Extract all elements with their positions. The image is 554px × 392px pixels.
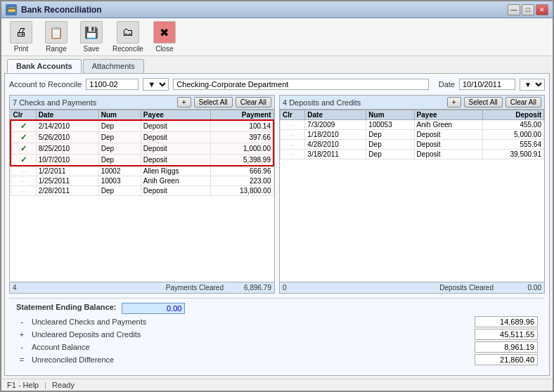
clr-cell[interactable]: ··· [11, 166, 36, 176]
account-row: Account to Reconcile ▼ Date ▼ [9, 78, 545, 91]
left-col-clr: Clr [11, 110, 36, 121]
payee-cell: Deposit [414, 130, 482, 140]
right-col-date: Date [305, 110, 366, 120]
right-col-num: Num [366, 110, 414, 120]
right-footer-label: Deposits Cleared [297, 284, 499, 292]
table-row[interactable]: ✓5/26/2010DepDeposit397.66 [11, 132, 273, 143]
close-label: Close [155, 45, 174, 53]
deposit-cell: 5,000.00 [482, 130, 543, 140]
left-panel-footer: 4 Payments Cleared 6,896.79 [10, 282, 274, 293]
summary-label: Uncleared Deposits and Credits [32, 330, 470, 339]
right-footer-count: 0 [283, 284, 297, 292]
date-input[interactable] [459, 79, 515, 90]
payee-cell: Anih Green [414, 120, 482, 130]
right-panel-title: 4 Deposits and Credits [283, 98, 444, 107]
summary-label: Unreconciled Difference [32, 355, 470, 364]
range-icon: 📋 [45, 21, 67, 44]
table-row[interactable]: ···1/18/2010DepDeposit5,000.00 [281, 130, 544, 140]
reconcile-button[interactable]: 🗂 Reconcile [112, 21, 143, 53]
table-row[interactable]: ···4/28/2010DepDeposit555.64 [281, 140, 544, 150]
help-text: F1 - Help [7, 381, 39, 389]
date-cell: 2/28/2011 [36, 186, 98, 196]
left-col-payment: Payment [211, 110, 273, 121]
clr-cell[interactable]: ··· [281, 140, 305, 150]
clr-cell[interactable]: ✓ [11, 143, 36, 155]
main-window: 💳 Bank Reconciliation — □ ✕ 🖨 Print 📋 Ra… [0, 0, 554, 392]
summary-value[interactable] [475, 329, 538, 340]
date-cell: 4/28/2010 [305, 140, 366, 150]
date-cell: 1/25/2011 [36, 176, 98, 186]
num-cell: 10002 [98, 166, 141, 176]
summary-op: + [16, 330, 27, 339]
minimize-button[interactable]: — [508, 4, 520, 15]
clr-cell[interactable]: ··· [281, 120, 305, 130]
ending-balance-input[interactable] [122, 303, 185, 314]
left-footer-count: 4 [13, 284, 27, 292]
right-add-button[interactable]: + [447, 97, 461, 107]
right-clear-button[interactable]: Clear All [505, 97, 541, 107]
account-number-input[interactable] [86, 79, 138, 90]
table-row[interactable]: ···7/3/2009100053Anih Green455.00 [281, 120, 544, 130]
date-cell: 10/7/2010 [36, 155, 98, 166]
payee-cell: Deposit [414, 150, 482, 159]
save-button[interactable]: 💾 Save [77, 21, 105, 53]
right-panel-footer: 0 Deposits Cleared 0.00 [280, 282, 544, 293]
clr-cell[interactable]: ··· [281, 130, 305, 140]
left-table-container: Clr Date Num Payee Payment ✓2/14/2010Dep… [10, 110, 274, 282]
clr-cell[interactable]: ✓ [11, 132, 36, 143]
payment-cell: 223.00 [211, 176, 273, 186]
num-cell: Dep [366, 150, 414, 159]
left-footer-label: Payments Cleared [27, 284, 229, 292]
clr-cell[interactable]: ✓ [11, 155, 36, 166]
tab-attachments[interactable]: Attachments [83, 59, 144, 73]
table-row[interactable]: ✓10/7/2010DepDeposit5,398.99 [11, 155, 273, 166]
payee-cell: Allen Riggs [141, 166, 211, 176]
tab-bank-accounts[interactable]: Bank Accounts [7, 59, 82, 73]
window-icon: 💳 [6, 4, 17, 15]
summary-value[interactable] [475, 341, 538, 353]
save-icon: 💾 [80, 21, 103, 44]
left-select-all-button[interactable]: Select All [194, 97, 233, 107]
right-panel-header: 4 Deposits and Credits + Select All Clea… [280, 96, 544, 110]
clr-cell[interactable]: ··· [11, 186, 36, 196]
reconcile-label: Reconcile [112, 45, 143, 53]
summary-value[interactable] [475, 316, 538, 327]
clr-cell[interactable]: ··· [281, 150, 305, 159]
right-table: Clr Date Num Payee Deposit ···7/3/200910… [280, 110, 544, 159]
table-row[interactable]: ✓8/25/2010DepDeposit1,000.00 [11, 143, 273, 155]
right-select-all-button[interactable]: Select All [464, 97, 503, 107]
table-row[interactable]: ···2/28/2011DepDeposit13,800.00 [11, 186, 273, 196]
date-dropdown[interactable]: ▼ [520, 79, 545, 91]
num-cell: Dep [366, 130, 414, 140]
clr-cell[interactable]: ··· [11, 176, 36, 186]
account-label: Account to Reconcile [9, 80, 82, 89]
range-label: Range [46, 45, 66, 53]
account-dropdown[interactable]: ▼ [143, 78, 169, 91]
maximize-button[interactable]: □ [522, 4, 534, 15]
date-cell: 8/25/2010 [36, 143, 98, 155]
print-button[interactable]: 🖨 Print [7, 21, 35, 53]
account-description-input[interactable] [173, 79, 428, 90]
deposit-cell: 455.00 [482, 120, 543, 130]
right-col-deposit: Deposit [482, 110, 543, 120]
range-button[interactable]: 📋 Range [42, 21, 70, 53]
close-window-button[interactable]: ✕ [536, 4, 548, 15]
close-icon: ✖ [153, 21, 176, 44]
clr-cell[interactable]: ✓ [11, 120, 36, 132]
table-row[interactable]: ···3/18/2011DepDeposit39,500.91 [281, 150, 544, 159]
close-button[interactable]: ✖ Close [150, 21, 179, 53]
payee-cell: Anih Green [141, 176, 211, 186]
payee-cell: Deposit [141, 186, 211, 196]
left-add-button[interactable]: + [177, 97, 191, 107]
table-row[interactable]: ···1/2/201110002Allen Riggs666.96 [11, 166, 273, 176]
left-clear-button[interactable]: Clear All [236, 97, 271, 107]
date-cell: 5/26/2010 [36, 132, 98, 143]
table-row[interactable]: ✓2/14/2010DepDeposit100.14 [11, 120, 273, 132]
table-row[interactable]: ···1/25/201110003Anih Green223.00 [11, 176, 273, 186]
date-label: Date [439, 80, 455, 89]
reconcile-icon: 🗂 [117, 21, 139, 44]
summary-value[interactable] [475, 354, 538, 365]
summary-row: -Account Balance [16, 341, 538, 353]
summary: Statement Ending Balance: -Uncleared Che… [9, 298, 545, 371]
summary-op: - [16, 343, 27, 351]
